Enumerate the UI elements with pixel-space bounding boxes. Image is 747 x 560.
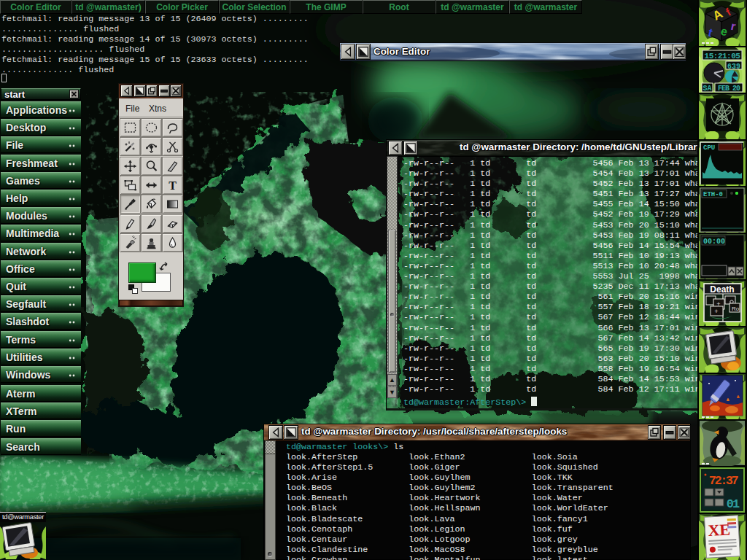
svg-text:639: 639 <box>727 63 740 71</box>
svg-text:SA: SA <box>703 85 711 93</box>
svg-text:FEB 20: FEB 20 <box>718 85 740 93</box>
svg-text:Ro: Ro <box>732 306 740 312</box>
svg-text:72:37: 72:37 <box>709 474 739 488</box>
svg-text:XE: XE <box>708 520 731 540</box>
svg-text:00:00: 00:00 <box>703 238 725 246</box>
svg-text:Death: Death <box>710 284 734 295</box>
svg-text:01: 01 <box>727 497 740 511</box>
svg-text:T: T <box>169 179 177 191</box>
svg-text:15:21:05: 15:21:05 <box>705 52 741 61</box>
svg-text:+: + <box>714 308 718 315</box>
svg-text:CPU: CPU <box>703 144 715 152</box>
svg-text:ETH-0: ETH-0 <box>703 191 723 198</box>
